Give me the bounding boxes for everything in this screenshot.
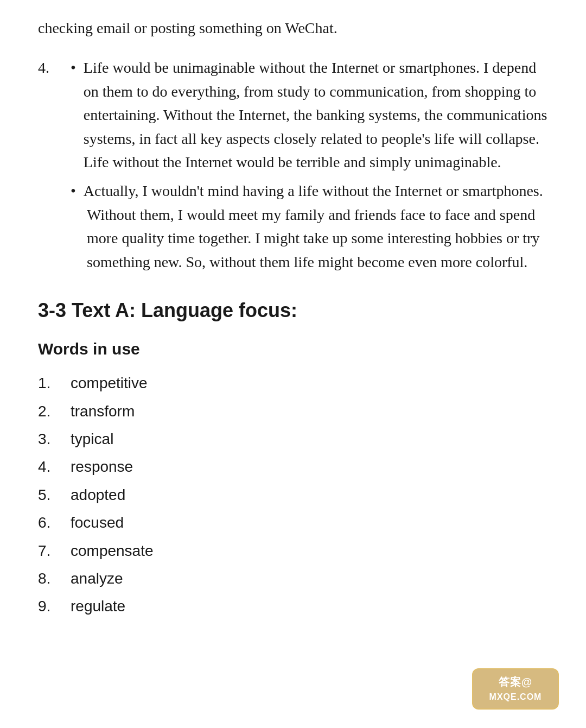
section-heading: 3-3 Text A: Language focus: xyxy=(38,295,548,326)
point-4-number: 4. xyxy=(38,56,71,79)
list-item-word: transform xyxy=(71,400,135,423)
list-item-number: 4. xyxy=(38,455,71,478)
intro-text: checking email or posting something on W… xyxy=(38,16,548,40)
list-item-number: 7. xyxy=(38,539,71,562)
list-item-number: 2. xyxy=(38,400,71,423)
list-item-word: typical xyxy=(71,427,113,451)
bullet-2-dot: • xyxy=(71,182,76,199)
list-item: 1.competitive xyxy=(38,371,548,395)
list-item-word: response xyxy=(71,455,133,478)
list-item: 2.transform xyxy=(38,400,548,423)
point-4-dot: • xyxy=(71,56,76,79)
list-item-number: 6. xyxy=(38,511,71,534)
list-item-word: analyze xyxy=(71,567,123,590)
point-4-bullet-2: •Actually, I wouldn't mind having a life… xyxy=(38,179,548,274)
words-in-use-subheading: Words in use xyxy=(38,337,548,362)
list-item-number: 8. xyxy=(38,567,71,590)
list-item: 8.analyze xyxy=(38,567,548,590)
list-item: 9.regulate xyxy=(38,594,548,618)
watermark: 答案@ MXQE.COM xyxy=(472,668,559,712)
words-list: 1.competitive2.transform3.typical4.respo… xyxy=(38,371,548,618)
list-item-word: focused xyxy=(71,511,124,534)
list-item: 4.response xyxy=(38,455,548,478)
point-4-text-1: Life would be unimaginable without the I… xyxy=(84,56,548,174)
point-4-text-2: •Actually, I wouldn't mind having a life… xyxy=(71,179,548,274)
list-item-number: 9. xyxy=(38,594,71,618)
list-item-number: 1. xyxy=(38,371,71,395)
list-item-word: compensate xyxy=(71,539,154,562)
list-item-word: competitive xyxy=(71,371,148,395)
watermark-line2: MXQE.COM xyxy=(480,691,551,704)
list-item: 5.adopted xyxy=(38,483,548,507)
list-item-word: adopted xyxy=(71,483,125,507)
list-item-number: 3. xyxy=(38,427,71,451)
list-item: 3.typical xyxy=(38,427,548,451)
point-4-bullet-1: 4. • Life would be unimaginable without … xyxy=(38,56,548,174)
list-item-word: regulate xyxy=(71,594,125,618)
list-item: 6.focused xyxy=(38,511,548,534)
point-4-block: 4. • Life would be unimaginable without … xyxy=(38,56,548,274)
watermark-line1: 答案@ xyxy=(480,674,551,691)
list-item-number: 5. xyxy=(38,483,71,507)
list-item: 7.compensate xyxy=(38,539,548,562)
bullet-2-content: Actually, I wouldn't mind having a life … xyxy=(84,182,543,270)
